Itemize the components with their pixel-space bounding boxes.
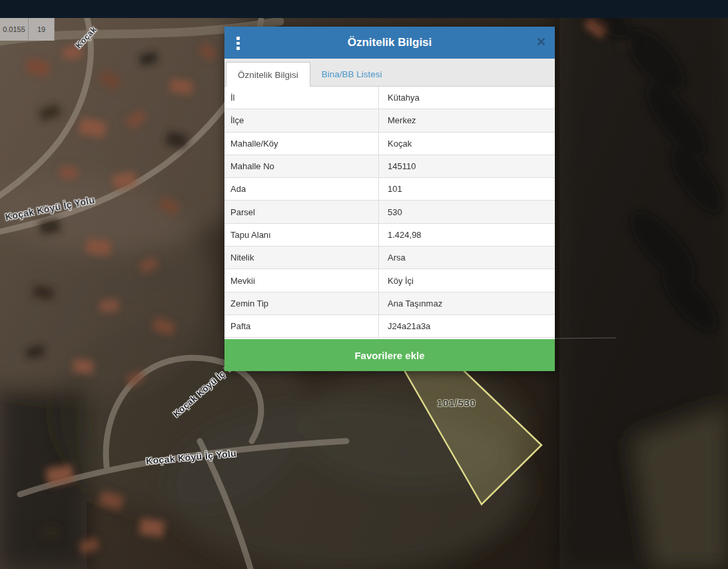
map-zoom-level: 19	[29, 18, 55, 41]
row-value: Arsa	[379, 247, 555, 269]
row-label: Pafta	[224, 315, 379, 337]
row-value: 530	[379, 201, 555, 223]
row-value: Köy İçi	[379, 269, 555, 291]
table-row-pafta: Pafta J24a21a3a	[224, 315, 555, 338]
table-row-ilce: İlçe Merkez	[224, 109, 555, 132]
table-row-tapu-alani: Tapu Alanı 1.424,98	[224, 224, 555, 247]
add-to-favorites-button[interactable]: Favorilere ekle	[224, 339, 555, 371]
attribute-info-modal: Öznitelik Bilgisi ✕ Öznitelik Bilgisi Bi…	[224, 27, 555, 371]
map-scale-value: 0.0155	[0, 18, 29, 41]
map-scale-controls: 0.0155 19	[0, 18, 55, 41]
row-label: Tapu Alanı	[224, 224, 379, 246]
row-value: Koçak	[379, 133, 555, 155]
row-label: Mevkii	[224, 269, 379, 291]
table-row-mevkii: Mevkii Köy İçi	[224, 269, 555, 292]
table-row-mahalle-koy: Mahalle/Köy Koçak	[224, 133, 555, 155]
row-value: J24a21a3a	[379, 315, 555, 337]
row-value: Merkez	[379, 109, 555, 131]
table-row-nitelik: Nitelik Arsa	[224, 247, 555, 269]
row-value: 1.424,98	[379, 224, 555, 246]
modal-title: Öznitelik Bilgisi	[348, 36, 432, 49]
kebab-menu-icon[interactable]	[236, 34, 250, 53]
row-label: Parsel	[224, 201, 379, 223]
table-row-zemin-tip: Zemin Tip Ana Taşınmaz	[224, 292, 555, 315]
kebab-dot	[236, 37, 240, 40]
table-row-ada: Ada 101	[224, 178, 555, 201]
row-value: 101	[379, 178, 555, 200]
parcel-number-label: 101/530	[437, 397, 476, 408]
app-window: Koçak Koçak Köyü İç Yolu Koçak Köyü İç Y…	[0, 0, 728, 569]
row-label: Ada	[224, 178, 379, 200]
top-bar	[0, 0, 728, 18]
close-icon[interactable]: ✕	[536, 35, 546, 49]
row-label: İl	[224, 87, 379, 109]
row-label: Zemin Tip	[224, 292, 379, 314]
modal-header: Öznitelik Bilgisi ✕	[224, 27, 555, 59]
tab-oznitelik-bilgisi[interactable]: Öznitelik Bilgisi	[226, 62, 310, 87]
attribute-table: İl Kütahya İlçe Merkez Mahalle/Köy Koçak…	[224, 87, 555, 338]
table-row-mahalle-no: Mahalle No 145110	[224, 155, 555, 178]
row-label: Mahalle/Köy	[224, 133, 379, 155]
row-value: Kütahya	[379, 87, 555, 109]
row-value: 145110	[379, 155, 555, 177]
tab-bina-bb-listesi[interactable]: Bina/BB Listesi	[310, 62, 394, 86]
kebab-dot	[236, 42, 240, 45]
row-label: İlçe	[224, 109, 379, 131]
row-label: Mahalle No	[224, 155, 379, 177]
row-label: Nitelik	[224, 247, 379, 269]
table-row-il: İl Kütahya	[224, 87, 555, 109]
table-row-parsel: Parsel 530	[224, 201, 555, 223]
tab-bar: Öznitelik Bilgisi Bina/BB Listesi	[224, 59, 555, 87]
kebab-dot	[236, 47, 240, 50]
row-value: Ana Taşınmaz	[379, 292, 555, 314]
